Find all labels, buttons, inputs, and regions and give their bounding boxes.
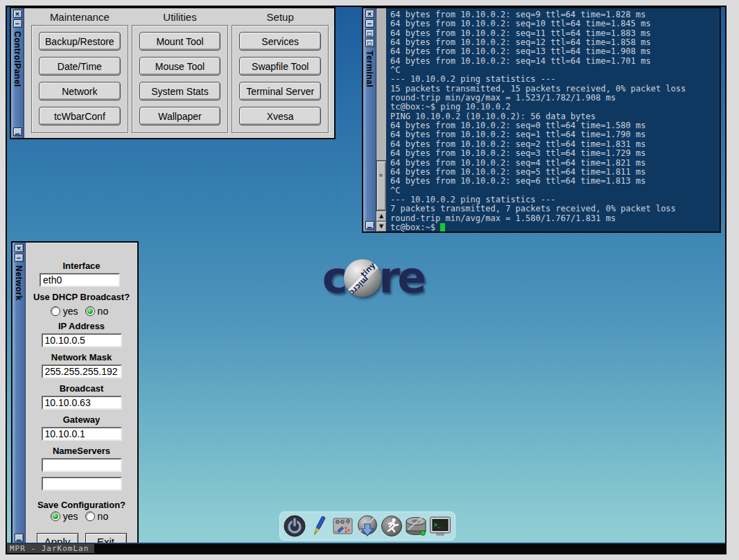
terminal-prompt: tc@box:~$ [390,222,440,231]
scrollbar-trough[interactable] [376,8,386,161]
swapfile-tool-button[interactable]: Swapfile Tool [239,57,321,76]
terminal-icon[interactable]: >_ [428,514,452,538]
run-icon[interactable] [380,514,403,538]
desktop-background: × − ControlPanel ▁ Maintenance Backup/Re… [6,6,727,554]
terminal-line: --- 10.10.0.2 ping statistics --- [390,75,720,84]
logo-text-c: c [322,256,345,299]
save-no-radio[interactable] [85,511,95,521]
date-time-button[interactable]: Date/Time [39,57,121,76]
save-radio-group: yes no [51,511,112,522]
mouse-tool-button[interactable]: Mouse Tool [139,57,221,76]
setup-group: Services Swapfile Tool Terminal Server X… [232,25,329,133]
close-icon[interactable]: × [13,10,22,18]
minimize-icon[interactable]: − [365,19,374,28]
column-header: Setup [232,10,329,25]
terminal-window: × − □ □ Terminal ▁ ▲ ▼ 64 bytes from 10.… [362,7,721,233]
status-label: MPR - JarKomLan [7,544,94,553]
gateway-field[interactable] [42,427,122,441]
shade-icon[interactable]: ▁ [365,221,374,229]
ip-address-field[interactable] [42,333,122,347]
app-browser-icon[interactable] [356,514,379,538]
dhcp-no-radio[interactable] [85,306,95,316]
tcwbarconf-button[interactable]: tcWbarConf [39,107,121,125]
network-form: Interface Use DHCP Broadcast? yes no IP … [26,243,137,544]
services-button[interactable]: Services [239,32,321,51]
network-titlebar[interactable]: × − Network ▁ [12,243,26,544]
broadcast-field[interactable] [42,396,122,410]
nameservers-label: NameServers [53,446,110,456]
power-icon[interactable] [283,514,306,538]
terminal-line: 64 bytes from 10.10.0.2: seq=5 ttl=64 ti… [390,168,720,177]
wallpaper-button[interactable]: Wallpaper [139,107,221,125]
paint-icon[interactable] [307,514,331,538]
save-config-label: Save Configuration? [37,500,125,510]
network-mask-label: Network Mask [51,352,112,362]
dock: >_ [279,511,455,541]
maximize-icon[interactable]: □ [365,29,374,37]
control-panel-titlebar[interactable]: × − ControlPanel ▁ [11,8,24,138]
terminal-line: PING 10.10.0.2 (10.10.0.2): 56 data byte… [390,112,720,121]
terminal-server-button[interactable]: Terminal Server [239,82,321,100]
setup-column: Setup Services Swapfile Tool Terminal Se… [232,10,329,133]
control-panel-window: × − ControlPanel ▁ Maintenance Backup/Re… [10,7,336,139]
nameserver-field-1[interactable] [42,458,122,472]
backup-restore-button[interactable]: Backup/Restore [39,32,121,51]
terminal-prompt-line: tc@box:~$ [390,223,720,231]
mount-tool-button[interactable]: Mount Tool [139,32,221,51]
terminal-line: 7 packets transmitted, 7 packets receive… [390,204,720,213]
terminal-line: ^C [390,66,720,75]
terminal-screen[interactable]: 64 bytes from 10.10.0.2: seq=9 ttl=64 ti… [387,8,720,231]
gateway-label: Gateway [63,414,100,425]
save-yes-radio[interactable] [51,511,60,521]
terminal-scrollbar[interactable]: ▲ ▼ [376,8,387,231]
interface-field[interactable] [40,273,120,287]
terminal-line: 64 bytes from 10.10.0.2: seq=6 ttl=64 ti… [390,177,720,186]
thumb-dimple-icon [379,174,383,177]
logo-text-re: re [379,256,424,299]
dhcp-yes-label: yes [63,306,78,317]
column-header: Maintenance [31,10,128,25]
terminal-line: 64 bytes from 10.10.0.2: seq=1 ttl=64 ti… [390,130,720,139]
terminal-line: 64 bytes from 10.10.0.2: seq=9 ttl=64 ti… [390,10,720,19]
scroll-down-icon[interactable]: ▼ [376,221,386,231]
dhcp-yes-radio[interactable] [51,306,60,316]
mount-tool-icon[interactable] [404,514,428,538]
terminal-line: 64 bytes from 10.10.0.2: seq=0 ttl=64 ti… [390,121,720,130]
control-panel-icon[interactable] [331,514,355,538]
shade-icon[interactable]: ▁ [13,128,22,136]
network-mask-field[interactable] [42,365,122,378]
save-yes-label: yes [63,511,78,522]
nameserver-field-2[interactable] [42,477,122,491]
terminal-line: 15 packets transmitted, 15 packets recei… [390,85,720,94]
terminal-line: tc@box:~$ ping 10.10.0.2 [390,103,720,112]
minimize-icon[interactable]: − [13,19,22,28]
terminal-line: ^C [390,186,720,195]
ip-address-label: IP Address [58,321,105,331]
scrollbar-thumb[interactable] [376,161,386,211]
close-icon[interactable]: × [15,244,24,252]
shade-icon[interactable]: ▁ [15,534,24,542]
column-header: Utilities [132,10,229,25]
terminal-line: 64 bytes from 10.10.0.2: seq=13 ttl=64 t… [390,47,720,56]
restore-icon[interactable]: □ [365,39,374,47]
utilities-column: Utilities Mount Tool Mouse Tool System S… [132,10,229,133]
close-icon[interactable]: × [365,10,374,18]
window-title: Network [14,265,24,301]
interface-label: Interface [62,261,100,271]
terminal-cursor [440,223,445,231]
terminal-line: round-trip min/avg/max = 1.523/1.782/1.9… [390,94,720,103]
bottom-bar: MPR - JarKomLan [7,543,725,553]
terminal-line: 64 bytes from 10.10.0.2: seq=12 ttl=64 t… [390,38,720,47]
xvesa-button[interactable]: Xvesa [239,107,321,125]
terminal-line: 64 bytes from 10.10.0.2: seq=11 ttl=64 t… [390,29,720,38]
terminal-titlebar[interactable]: × − □ □ Terminal ▁ [363,8,376,231]
utilities-group: Mount Tool Mouse Tool System Stats Wallp… [132,25,229,133]
network-button[interactable]: Network [39,82,121,100]
control-panel-body: Maintenance Backup/Restore Date/Time Net… [24,8,334,138]
system-stats-button[interactable]: System Stats [139,82,221,100]
dhcp-radio-group: yes no [51,306,112,317]
logo-sphere-icon: tiny micro [344,259,381,297]
svg-text:>_: >_ [434,522,441,528]
scroll-up-icon[interactable]: ▲ [376,211,386,221]
minimize-icon[interactable]: − [15,254,24,262]
